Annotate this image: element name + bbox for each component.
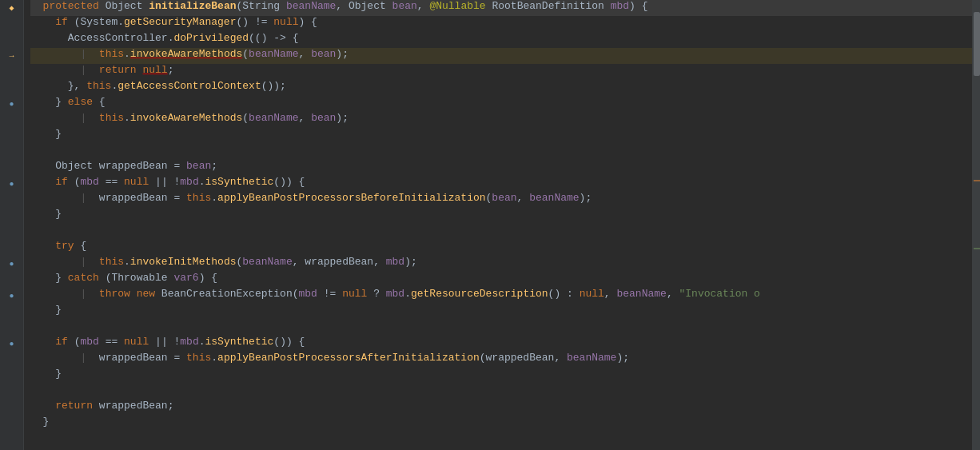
gutter-icon-16 [6,240,18,256]
gutter-icon-22: ● [6,336,18,352]
code-line-27: } [30,416,974,432]
gutter-icon-27 [6,416,18,432]
gutter-icon-5 [6,64,18,80]
gutter-icon-13 [6,192,18,208]
vertical-scrollbar[interactable] [972,0,980,450]
code-line-24: } [30,368,974,384]
gutter-icon-10 [6,144,18,160]
gutter-icon-3 [6,32,18,48]
code-editor: ◆ → ● ● ● ● ● [0,0,980,450]
gutter-icon-25 [6,384,18,400]
gutter-icon-19: ● [6,288,18,304]
code-line-25 [30,384,974,400]
gutter-icon-21 [6,320,18,336]
code-content: protected Object initializeBean ( String… [24,0,980,450]
code-line-20: } [30,304,974,320]
gutter-icon-15 [6,224,18,240]
gutter-icon-9 [6,128,18,144]
gutter-icon-4: → [6,48,18,64]
keyword-protected: protected [43,0,99,12]
code-line-16: try { [30,240,974,256]
code-line-2: if (System. getSecurityManager () != nul… [30,16,974,32]
gutter-icon-26 [6,400,18,416]
code-line-22: if ( mbd == null || ! mbd . isSynthetic … [30,336,974,352]
type-object: Object [106,0,143,12]
code-line-5: | return null ; [30,64,974,80]
code-line-3: AccessController. doPrivileged (() -> { [30,32,974,48]
code-line-23: | wrappedBean = this . applyBeanPostProc… [30,352,974,368]
code-line-8: | this . invokeAwareMethods ( beanName ,… [30,112,974,128]
code-line-19: | throw new BeanCreationException( mbd !… [30,288,974,304]
code-line-4: | this . invokeAwareMethods ( beanName ,… [30,48,974,64]
gutter-icon-23 [6,352,18,368]
code-line-21 [30,320,974,336]
gutter-icon-7: ● [6,96,18,112]
method-invokeAwareMethods-1: invokeAwareMethods [130,48,242,60]
gutter-icon-6 [6,80,18,96]
code-line-14: } [30,208,974,224]
gutter-icon-17: ● [6,256,18,272]
gutter-icon-20 [6,304,18,320]
gutter-icon-2 [6,16,18,32]
code-line-6: }, this . getAccessControlContext ()); [30,80,974,96]
code-line-10 [30,144,974,160]
code-line-9: } [30,128,974,144]
code-line-18: } catch ( Throwable var6 ) { [30,272,974,288]
gutter-icon-14 [6,208,18,224]
code-line-7: } else { [30,96,974,112]
editor-gutter: ◆ → ● ● ● ● ● [0,0,24,450]
method-name-initializeBean: initializeBean [149,0,236,12]
code-line-1: protected Object initializeBean ( String… [30,0,974,16]
scrollbar-marker-2 [974,248,980,249]
scrollbar-thumb-v[interactable] [974,12,980,76]
code-line-13: | wrappedBean = this . applyBeanPostProc… [30,192,974,208]
keyword-null-underlined: null [142,64,167,76]
code-line-11: Object wrappedBean = bean ; [30,160,974,176]
code-line-15 [30,224,974,240]
gutter-icon-12: ● [6,176,18,192]
gutter-icon-11 [6,160,18,176]
scrollbar-marker-1 [974,180,980,181]
code-line-17: | this . invokeInitMethods ( beanName , … [30,256,974,272]
gutter-icon-24 [6,368,18,384]
gutter-icon-8 [6,112,18,128]
gutter-icon-18 [6,272,18,288]
code-line-26: return wrappedBean; [30,400,974,416]
gutter-icon-1: ◆ [6,0,18,16]
code-line-12: if ( mbd == null || ! mbd . isSynthetic … [30,176,974,192]
